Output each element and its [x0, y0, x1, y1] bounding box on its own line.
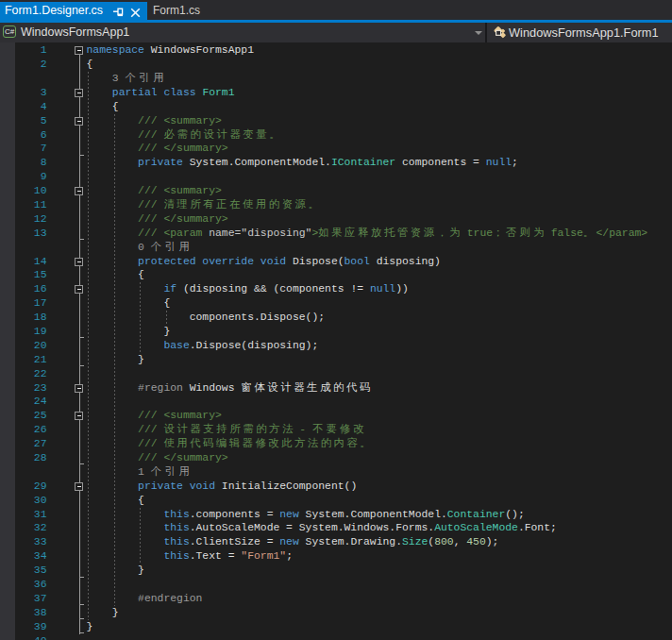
line-number: 12 — [0, 212, 47, 227]
minus-icon — [77, 121, 81, 122]
minus-icon — [77, 191, 81, 192]
line-number: 27 — [0, 437, 47, 451]
line-number: 34 — [0, 549, 47, 564]
fold-collapse-button[interactable] — [75, 46, 83, 55]
line-number: 15 — [0, 268, 47, 282]
code-line[interactable]: 19 } — [0, 325, 672, 339]
project-dropdown-label: WindowsFormsApp1 — [21, 23, 129, 42]
code-text: { — [87, 268, 144, 282]
code-line[interactable]: 10 /// <summary> — [0, 184, 672, 198]
codelens-text: 0 个引用 — [87, 241, 190, 255]
code-line[interactable]: 15 { — [0, 268, 672, 282]
line-number: 39 — [0, 620, 47, 634]
code-line[interactable]: 28 /// </summary> — [0, 451, 672, 465]
line-number: 11 — [0, 198, 47, 212]
code-line[interactable]: 6 /// 必需的设计器变量。 — [0, 128, 672, 143]
code-text: this.ClientSize = new System.Drawing.Siz… — [87, 535, 499, 549]
minus-icon — [77, 50, 81, 51]
code-line[interactable]: 14 protected override void Dispose(bool … — [0, 255, 672, 269]
code-line[interactable]: 22 — [0, 367, 672, 381]
minus-icon — [77, 289, 81, 290]
project-dropdown[interactable]: C# WindowsFormsApp1 — [0, 23, 485, 42]
vs-editor-window: Form1.Designer.cs Form1.cs C# WindowsFor… — [0, 0, 672, 640]
line-number: 24 — [0, 395, 47, 409]
code-text: #region Windows 窗体设计器生成的代码 — [87, 381, 371, 396]
fold-collapse-button[interactable] — [75, 384, 83, 393]
code-line[interactable]: 13 /// <param name="disposing">如果应释放托管资源… — [0, 227, 672, 241]
code-line[interactable]: 33 this.ClientSize = new System.Drawing.… — [0, 535, 672, 549]
code-editor[interactable]: 1namespace WindowsFormsApp12{ 3 个引用3 par… — [0, 42, 672, 640]
code-line[interactable]: 27 /// 使用代码编辑器修改此方法的内容。 — [0, 437, 672, 451]
fold-collapse-button[interactable] — [75, 117, 83, 126]
fold-collapse-button[interactable] — [75, 258, 83, 266]
code-text: private System.ComponentModel.IContainer… — [87, 156, 518, 170]
tab-form1-cs[interactable]: Form1.cs — [147, 2, 213, 20]
code-line[interactable]: 35 } — [0, 564, 672, 578]
fold-collapse-button[interactable] — [75, 285, 83, 294]
line-number: 13 — [0, 227, 47, 241]
fold-collapse-button[interactable] — [75, 187, 83, 195]
code-line[interactable]: 26 /// 设计器支持所需的方法 - 不要修改 — [0, 423, 672, 437]
line-number: 31 — [0, 508, 47, 522]
fold-collapse-button[interactable] — [75, 482, 83, 491]
code-line[interactable]: 1namespace WindowsFormsApp1 — [0, 43, 672, 58]
pushpin-icon[interactable] — [112, 8, 124, 18]
fold-collapse-button[interactable] — [75, 89, 83, 97]
code-line[interactable]: 18 components.Dispose(); — [0, 311, 672, 325]
code-line[interactable]: 12 /// </summary> — [0, 212, 672, 227]
codelens-row[interactable]: 1 个引用 — [0, 465, 672, 480]
code-line[interactable]: 21 } — [0, 353, 672, 367]
code-line[interactable]: 23 #region Windows 窗体设计器生成的代码 — [0, 381, 672, 396]
tab-form1-designer-cs[interactable]: Form1.Designer.cs — [0, 2, 147, 20]
codelens-row[interactable]: 0 个引用 — [0, 241, 672, 255]
code-text: } — [87, 325, 171, 339]
code-line[interactable]: 32 this.AutoScaleMode = System.Windows.F… — [0, 521, 672, 535]
line-number: 28 — [0, 451, 47, 465]
indent-guide — [114, 114, 115, 607]
code-line[interactable]: 5 /// <summary> — [0, 114, 672, 128]
code-line[interactable]: 29 private void InitializeComponent() — [0, 480, 672, 494]
codelens-row[interactable]: 3 个引用 — [0, 72, 672, 86]
line-number: 38 — [0, 606, 47, 620]
indent-guide — [166, 311, 167, 325]
indent-guide — [140, 508, 141, 564]
code-text: this.components = new System.ComponentMo… — [87, 508, 525, 522]
fold-collapse-button[interactable] — [75, 412, 83, 420]
code-text: } — [87, 606, 119, 620]
code-line[interactable]: 38 } — [0, 606, 672, 620]
code-line[interactable]: 4 { — [0, 100, 672, 114]
code-line[interactable]: 40 — [0, 634, 672, 640]
code-line[interactable]: 9 — [0, 170, 672, 184]
code-line[interactable]: 7 /// </summary> — [0, 142, 672, 156]
code-line[interactable]: 36 — [0, 578, 672, 592]
code-line[interactable]: 3 partial class Form1 — [0, 86, 672, 100]
code-line[interactable]: 25 /// <summary> — [0, 409, 672, 423]
code-line[interactable]: 37 #endregion — [0, 592, 672, 606]
close-x-icon[interactable] — [130, 8, 141, 18]
line-number: 4 — [0, 100, 47, 114]
type-dropdown[interactable]: WindowsFormsApp1.Form1 — [487, 23, 672, 42]
code-line[interactable]: 24 — [0, 395, 672, 409]
code-line[interactable]: 8 private System.ComponentModel.IContain… — [0, 156, 672, 170]
code-line[interactable]: 34 this.Text = "Form1"; — [0, 549, 672, 564]
code-line[interactable]: 20 base.Dispose(disposing); — [0, 339, 672, 353]
line-number: 9 — [0, 170, 47, 184]
code-line[interactable]: 2{ — [0, 58, 672, 72]
code-line[interactable]: 39} — [0, 620, 672, 634]
code-text: /// </summary> — [87, 212, 228, 227]
code-line[interactable]: 17 { — [0, 296, 672, 311]
code-text: protected override void Dispose(bool dis… — [87, 255, 441, 269]
tab-label: Form1.Designer.cs — [5, 2, 103, 20]
navigation-bar: C# WindowsFormsApp1 WindowsFormsApp1.For… — [0, 23, 672, 42]
chevron-down-icon[interactable] — [475, 31, 482, 35]
code-line[interactable]: 11 /// 清理所有正在使用的资源。 — [0, 198, 672, 212]
code-line[interactable]: 30 { — [0, 494, 672, 508]
line-number: 23 — [0, 381, 47, 396]
code-line[interactable]: 31 this.components = new System.Componen… — [0, 508, 672, 522]
line-number: 7 — [0, 142, 47, 156]
type-dropdown-label: WindowsFormsApp1.Form1 — [509, 23, 659, 42]
code-text: /// 必需的设计器变量。 — [87, 128, 280, 143]
codelens-text: 1 个引用 — [87, 465, 190, 480]
code-line[interactable]: 16 if (disposing && (components != null)… — [0, 282, 672, 296]
line-number: 35 — [0, 564, 47, 578]
